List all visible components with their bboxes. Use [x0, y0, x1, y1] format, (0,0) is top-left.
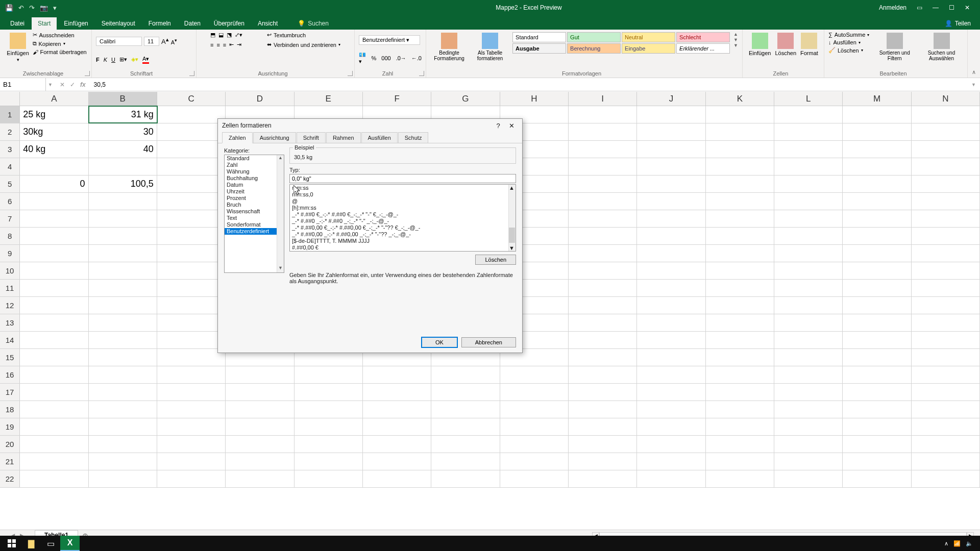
- cell[interactable]: [912, 158, 980, 175]
- qat-customize-icon[interactable]: ▾: [53, 4, 57, 12]
- cell[interactable]: [774, 349, 843, 366]
- cell[interactable]: [295, 401, 363, 418]
- cell[interactable]: [706, 193, 774, 210]
- cell[interactable]: [89, 453, 157, 470]
- cell[interactable]: [569, 349, 637, 366]
- cell[interactable]: 40 kg: [20, 141, 88, 158]
- decrease-font-icon[interactable]: A▾: [171, 37, 177, 45]
- cell[interactable]: [843, 176, 911, 192]
- cell[interactable]: [157, 314, 226, 331]
- category-item[interactable]: Buchhaltung: [225, 175, 284, 182]
- row-header[interactable]: 5: [0, 176, 20, 192]
- align-bottom-icon[interactable]: ⬔: [227, 32, 232, 38]
- fx-icon[interactable]: fx: [80, 81, 86, 88]
- cell[interactable]: [912, 193, 980, 210]
- cell[interactable]: [706, 210, 774, 227]
- collapse-ribbon-icon[interactable]: ∧: [972, 69, 976, 76]
- cell[interactable]: [20, 349, 88, 366]
- tab-seitenlayout[interactable]: Seitenlayout: [95, 17, 141, 30]
- cell[interactable]: [157, 349, 226, 366]
- cell[interactable]: [431, 401, 500, 418]
- cell[interactable]: [20, 332, 88, 348]
- cell[interactable]: [843, 436, 911, 453]
- format-item[interactable]: mm:ss,0: [290, 191, 516, 198]
- cell[interactable]: [637, 262, 705, 279]
- cell[interactable]: [20, 228, 88, 244]
- style-schlecht[interactable]: Schlecht: [676, 32, 730, 42]
- name-box[interactable]: [0, 78, 46, 91]
- cell[interactable]: [569, 453, 637, 470]
- cell[interactable]: [20, 366, 88, 383]
- cell[interactable]: [569, 176, 637, 192]
- cell[interactable]: [843, 297, 911, 314]
- cell[interactable]: [569, 123, 637, 140]
- cell[interactable]: [363, 401, 431, 418]
- column-header[interactable]: I: [569, 92, 637, 106]
- cell[interactable]: [89, 332, 157, 348]
- category-list[interactable]: StandardZahlWährungBuchhaltungDatumUhrze…: [224, 155, 284, 273]
- minimize-icon[interactable]: —: [933, 4, 939, 11]
- style-gut[interactable]: Gut: [567, 32, 621, 42]
- paste-button[interactable]: Einfügen▾: [5, 32, 31, 68]
- cell[interactable]: [569, 280, 637, 296]
- cell[interactable]: [637, 228, 705, 244]
- cell[interactable]: [569, 366, 637, 383]
- cell[interactable]: [843, 228, 911, 244]
- row-header[interactable]: 22: [0, 470, 20, 487]
- cell[interactable]: [912, 245, 980, 262]
- cell[interactable]: [89, 314, 157, 331]
- cell[interactable]: [89, 418, 157, 435]
- cell[interactable]: [569, 210, 637, 227]
- cell[interactable]: [774, 280, 843, 296]
- font-name-input[interactable]: [96, 37, 142, 46]
- column-header[interactable]: D: [226, 92, 294, 106]
- accounting-format-icon[interactable]: 💶▾: [359, 52, 366, 65]
- align-center-icon[interactable]: ≡: [216, 42, 219, 48]
- comma-format-icon[interactable]: 000: [381, 55, 390, 61]
- cell[interactable]: [912, 384, 980, 400]
- styles-scroll-down-icon[interactable]: ▼: [733, 37, 738, 42]
- cell[interactable]: [774, 314, 843, 331]
- find-select-button[interactable]: Suchen und Auswählen: [920, 32, 963, 68]
- font-size-input[interactable]: [144, 37, 159, 46]
- scroll-up-icon[interactable]: ▲: [277, 155, 284, 162]
- cell[interactable]: [706, 262, 774, 279]
- category-item[interactable]: Wissenschaft: [225, 208, 284, 215]
- align-right-icon[interactable]: ≡: [223, 42, 226, 48]
- cell[interactable]: [89, 193, 157, 210]
- dialog-tab-ausrichtung[interactable]: Ausrichtung: [253, 132, 296, 143]
- indent-increase-icon[interactable]: ⇥: [237, 41, 241, 48]
- cell[interactable]: [226, 453, 294, 470]
- conditional-formatting-button[interactable]: Bedingte Formatierung: [430, 32, 468, 68]
- format-list[interactable]: mm:ssmm:ss,0@[h]:mm:ss_-* #.##0 €_-;-* #…: [289, 184, 516, 252]
- cell[interactable]: [295, 418, 363, 435]
- cell[interactable]: [20, 418, 88, 435]
- scroll-up-icon[interactable]: ▲: [509, 185, 516, 191]
- cell[interactable]: [20, 453, 88, 470]
- cell[interactable]: 100,5: [89, 176, 157, 192]
- cell[interactable]: [637, 384, 705, 400]
- category-item[interactable]: Prozent: [225, 195, 284, 202]
- cell[interactable]: [157, 228, 226, 244]
- fill-button[interactable]: ↓Ausfüllen▾: [828, 39, 869, 45]
- cell[interactable]: [706, 245, 774, 262]
- cell[interactable]: [774, 210, 843, 227]
- cell[interactable]: [20, 436, 88, 453]
- cell[interactable]: [774, 384, 843, 400]
- scrollbar-thumb[interactable]: [509, 228, 515, 243]
- category-item[interactable]: Uhrzeit: [225, 188, 284, 195]
- tab-datei[interactable]: Datei: [4, 17, 31, 30]
- cell[interactable]: 40: [89, 141, 157, 158]
- cell[interactable]: [774, 158, 843, 175]
- cell[interactable]: 25 kg: [20, 106, 88, 123]
- cell[interactable]: [89, 349, 157, 366]
- cell[interactable]: [226, 401, 294, 418]
- row-header[interactable]: 11: [0, 280, 20, 296]
- dialog-tab-ausfuellen[interactable]: Ausfüllen: [361, 132, 398, 143]
- column-header[interactable]: A: [20, 92, 88, 106]
- cell[interactable]: [569, 332, 637, 348]
- clear-button[interactable]: 🧹Löschen▾: [828, 47, 869, 54]
- cell[interactable]: [774, 106, 843, 123]
- cell[interactable]: [569, 141, 637, 158]
- increase-decimal-icon[interactable]: .0→: [396, 55, 406, 61]
